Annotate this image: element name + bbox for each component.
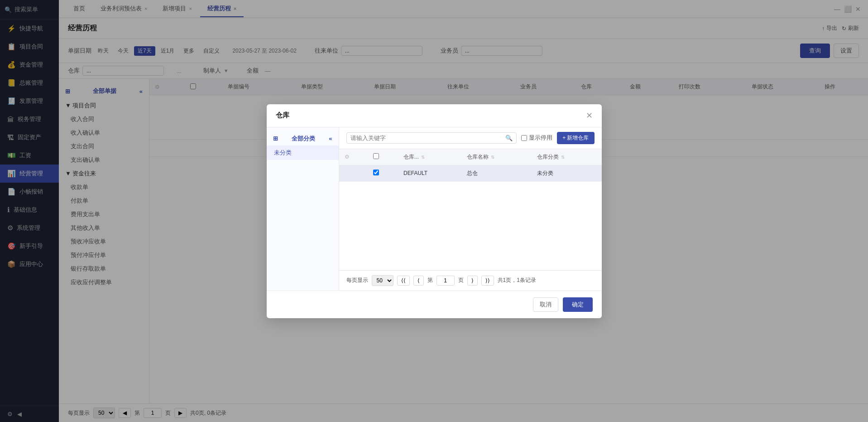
modal-header: 仓库 ✕: [267, 104, 602, 127]
modal-row-code: DEFAULT: [398, 165, 461, 181]
modal-left-panel: ⊞ 全部分类 « 未分类: [267, 127, 339, 291]
modal-per-page-select[interactable]: 50: [372, 275, 393, 286]
modal-search-wrap: 🔍: [346, 132, 517, 144]
modal-overlay: 仓库 ✕ ⊞ 全部分类 « 未分类 🔍: [0, 0, 868, 422]
modal-last-page-btn[interactable]: ⟩⟩: [481, 276, 494, 286]
confirm-button[interactable]: 确定: [563, 297, 593, 312]
modal-total-records: 共1页，1条记录: [498, 276, 536, 284]
modal-col-category: 仓库分类 ⇅: [532, 149, 602, 165]
modal-search-icon: 🔍: [505, 135, 513, 141]
add-warehouse-button[interactable]: + 新增仓库: [557, 132, 594, 144]
modal-row-select[interactable]: [373, 170, 379, 175]
modal-col-category-label: 仓库分类: [537, 154, 559, 160]
modal-col-name-label: 仓库名称: [467, 154, 489, 160]
modal-toolbar: 🔍 显示停用 + 新增仓库: [339, 127, 602, 149]
modal-row-checkbox[interactable]: [368, 165, 398, 181]
modal-select-all[interactable]: [373, 153, 379, 159]
modal-left-header: ⊞ 全部分类 «: [267, 132, 339, 146]
modal-table: ⚙ 仓库... ⇅ 仓库名称 ⇅: [339, 149, 602, 182]
modal-title: 仓库: [276, 111, 289, 120]
modal-table-wrap: ⚙ 仓库... ⇅ 仓库名称 ⇅: [339, 149, 602, 270]
cancel-button[interactable]: 取消: [533, 297, 558, 312]
modal-body: ⊞ 全部分类 « 未分类 🔍 显示停用: [267, 127, 602, 291]
modal-right-panel: 🔍 显示停用 + 新增仓库 ⚙: [339, 127, 602, 291]
modal-per-page-label: 每页显示: [346, 276, 368, 284]
modal-sort-code[interactable]: ⇅: [421, 155, 425, 160]
modal-sort-category[interactable]: ⇅: [561, 155, 565, 160]
modal-left-collapse-icon[interactable]: «: [329, 135, 332, 142]
warehouse-modal: 仓库 ✕ ⊞ 全部分类 « 未分类 🔍: [267, 104, 602, 318]
modal-page-input[interactable]: [436, 276, 455, 286]
show-disabled-text: 显示停用: [529, 134, 552, 142]
modal-row-category: 未分类: [532, 165, 602, 181]
modal-sort-name[interactable]: ⇅: [491, 155, 494, 160]
category-icon: ⊞: [273, 135, 278, 142]
modal-close-button[interactable]: ✕: [586, 111, 593, 121]
modal-first-page-btn[interactable]: ⟨⟨: [397, 276, 410, 286]
modal-search-input[interactable]: [350, 135, 504, 141]
show-disabled-checkbox[interactable]: [521, 135, 527, 141]
modal-page-label: 页: [458, 276, 464, 284]
all-category-label[interactable]: 全部分类: [292, 135, 315, 143]
modal-row-name: 总仓: [461, 165, 532, 181]
modal-next-page-btn[interactable]: ⟩: [467, 276, 478, 286]
modal-row-settings: [339, 165, 368, 181]
modal-actions: 取消 确定: [267, 291, 602, 318]
modal-col-checkbox[interactable]: [368, 149, 398, 165]
show-disabled-label: 显示停用: [521, 134, 552, 142]
modal-col-name: 仓库名称 ⇅: [461, 149, 532, 165]
modal-col-code: 仓库... ⇅: [398, 149, 461, 165]
uncategorized-item[interactable]: 未分类: [267, 146, 339, 160]
modal-page-jump-label: 第: [427, 276, 433, 284]
modal-col-code-label: 仓库...: [403, 154, 419, 160]
modal-prev-page-btn[interactable]: ⟨: [413, 276, 424, 286]
modal-table-row[interactable]: DEFAULT 总仓 未分类: [339, 165, 602, 181]
modal-pagination: 每页显示 50 ⟨⟨ ⟨ 第 页 ⟩ ⟩⟩ 共1页，1条记录: [339, 270, 602, 291]
modal-col-settings[interactable]: ⚙: [339, 149, 368, 165]
